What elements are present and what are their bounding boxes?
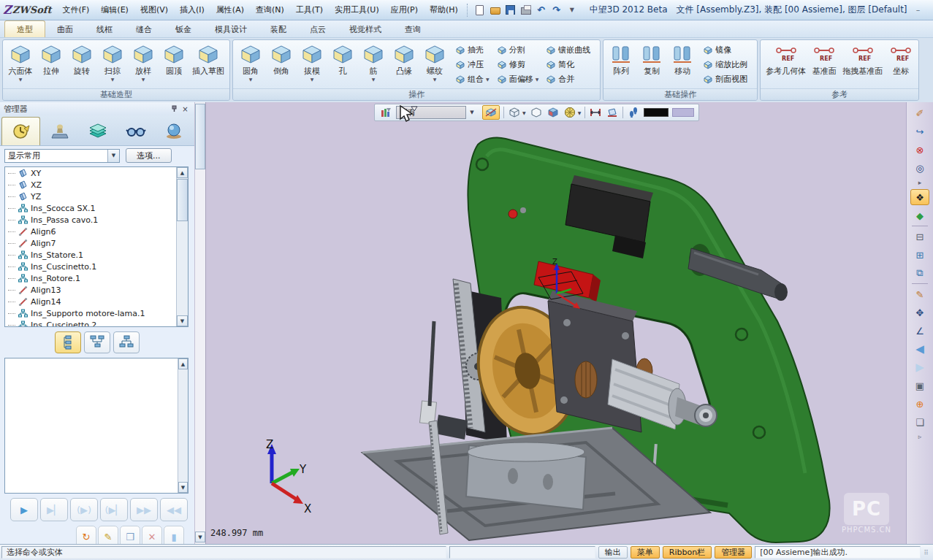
menu-item[interactable]: 视图(V) <box>135 3 173 17</box>
footprints-icon[interactable] <box>627 106 640 119</box>
tree-view-button[interactable] <box>84 331 110 353</box>
history-tab[interactable] <box>1 117 40 145</box>
abort-icon[interactable]: ⊗ <box>910 142 929 158</box>
print-icon[interactable] <box>520 4 532 16</box>
tree-item[interactable]: Align7 <box>5 237 188 249</box>
menu-item[interactable]: 帮助(H) <box>424 3 463 17</box>
tree-item[interactable]: XZ <box>5 179 188 191</box>
menu-item[interactable]: 应用(P) <box>386 3 423 17</box>
ribbon-button-section-view[interactable]: 剖面视图 <box>701 72 752 87</box>
ribbon-button-move[interactable]: 移动 <box>667 41 698 88</box>
link-update-icon[interactable]: ⧉ <box>910 265 929 281</box>
ribbon-button-draft[interactable]: 拔模 ▼ <box>297 41 327 88</box>
scroll-thumb[interactable] <box>177 179 188 221</box>
window-zoom-icon[interactable]: ❏ <box>910 414 929 430</box>
status-toggle-button[interactable]: 管理器 <box>715 546 752 559</box>
scroll-down-icon[interactable]: ▼ <box>178 482 188 493</box>
list-view-button[interactable] <box>55 331 81 353</box>
ribbon-tab[interactable]: 视觉样式 <box>338 21 393 37</box>
hidden-line-display-icon[interactable] <box>530 106 543 119</box>
tree-item[interactable]: Align6 <box>5 226 188 237</box>
background-color-swatch[interactable] <box>644 108 669 117</box>
redo-icon[interactable]: ↷ <box>551 4 563 16</box>
chevron-down-icon[interactable]: ▼ <box>578 110 582 115</box>
ribbon-button-reference-geometry[interactable]: REF 参考几何体 <box>763 41 809 88</box>
prev-view-icon[interactable]: ◀ <box>910 341 929 357</box>
ribbon-button-extrude[interactable]: 拉伸 <box>36 41 66 88</box>
tree-item[interactable]: Ins_Cuscinetto.1 <box>5 261 188 272</box>
chevron-down-icon[interactable]: ▼ <box>522 110 526 115</box>
hierarchy-view-button[interactable] <box>113 331 140 353</box>
tree-item[interactable]: XY <box>5 167 188 179</box>
ribbon-button-revolve[interactable]: 旋转 <box>66 41 97 88</box>
close-icon[interactable]: × <box>180 104 191 114</box>
ribbon-button-loft[interactable]: 放样 ▼ <box>128 41 159 88</box>
menu-item[interactable]: 工具(T) <box>291 3 328 17</box>
axes-view-icon[interactable]: ∠ <box>910 323 929 339</box>
ribbon-tab[interactable]: 造型 <box>4 20 45 37</box>
tree-item[interactable]: Ins_Rotore.1 <box>5 272 188 284</box>
monitor-sync-icon[interactable]: ⊞ <box>910 247 929 263</box>
chevron-down-icon[interactable]: ▼ <box>465 106 479 119</box>
ribbon-tab[interactable]: 缝合 <box>124 21 164 37</box>
ribbon-button-imprint-curve[interactable]: 镶嵌曲线 <box>544 43 595 58</box>
render-mode-icon[interactable] <box>563 106 576 119</box>
scroll-down-icon[interactable]: ▼ <box>195 532 205 542</box>
chevron-down-icon[interactable]: ▼ <box>107 150 119 162</box>
tree-item[interactable]: Align14 <box>5 296 188 307</box>
fast-forward-button[interactable]: ▶▶ <box>130 498 158 521</box>
move-view-icon[interactable]: ✥ <box>910 304 929 321</box>
tree-item[interactable]: Ins_Statore.1 <box>5 249 188 261</box>
ribbon-button-trim[interactable]: 修剪 <box>495 58 541 72</box>
tree-item[interactable]: Ins_Scocca SX.1 <box>5 202 188 214</box>
quick-access-dropdown-icon[interactable]: ▼ <box>566 4 578 16</box>
wireframe-display-icon[interactable] <box>508 106 521 119</box>
options-button[interactable]: 选项... <box>126 148 172 163</box>
ribbon-button-scale[interactable]: 缩放比例 <box>701 58 752 72</box>
constraint-state-icon[interactable]: ❖ <box>910 189 929 205</box>
undo-icon[interactable]: ↶ <box>536 4 547 16</box>
menu-item[interactable]: 属性(A) <box>211 3 249 17</box>
add-view-icon[interactable]: ⊕ <box>910 396 929 412</box>
flyout-arrow-icon[interactable]: ▸ <box>910 178 929 187</box>
ribbon-button-chamfer[interactable]: 倒角 <box>266 41 297 88</box>
tree-item[interactable]: Ins_Supporto motore-lama.1 <box>5 307 188 319</box>
tree-item[interactable]: YZ <box>5 191 188 202</box>
play-to-end-button[interactable]: ▶▏ <box>40 498 68 521</box>
ribbon-button-csys[interactable]: REF 坐标 <box>886 41 916 88</box>
ribbon-button-copy[interactable]: 复制 <box>636 41 667 88</box>
menu-item[interactable]: 实用工具(U) <box>330 3 384 17</box>
status-toggle-button[interactable]: Ribbon栏 <box>663 546 712 559</box>
edit-sketch-icon[interactable]: ✎ <box>910 286 929 302</box>
section-view-button[interactable] <box>482 105 500 120</box>
ribbon-tab[interactable]: 钣金 <box>164 21 203 37</box>
ribbon-button-punch[interactable]: 冲压 <box>453 58 492 72</box>
pin-icon[interactable] <box>169 104 180 114</box>
ribbon-button-sweep[interactable]: 扫掠 ▼ <box>97 41 128 88</box>
ribbon-button-fillet[interactable]: 圆角 ▼ <box>235 41 266 88</box>
foreground-color-swatch[interactable] <box>672 108 694 117</box>
save-icon[interactable] <box>505 4 517 16</box>
ribbon-button-pattern[interactable]: 阵列 <box>606 41 636 88</box>
ribbon-button-divide[interactable]: 分割 <box>495 43 541 58</box>
ribbon-tab[interactable]: 装配 <box>259 21 298 37</box>
viewport-canvas[interactable]: Z 所有 ▼ ▼ ▼ Z Y <box>206 102 906 544</box>
tree-item[interactable]: Ins_Passa cavo.1 <box>5 214 188 226</box>
command-scrollbar[interactable]: ▲ ▼ <box>178 358 188 493</box>
play-loop-end-button[interactable]: (▶▏ <box>100 498 128 521</box>
exit-icon[interactable]: ↪ <box>910 123 929 139</box>
menu-item[interactable]: 查询(N) <box>251 3 289 17</box>
next-view-icon[interactable]: ▶ <box>910 359 929 375</box>
minimize-button[interactable]: – <box>909 4 928 17</box>
separator[interactable] <box>912 283 928 284</box>
ribbon-tab[interactable]: 线框 <box>85 21 124 37</box>
ribbon-button-merge[interactable]: 合并 <box>544 72 595 87</box>
status-toggle-button[interactable]: 菜单 <box>631 546 660 559</box>
separator[interactable] <box>912 226 928 226</box>
scroll-up-icon[interactable]: ▲ <box>177 167 188 178</box>
open-folder-icon[interactable] <box>490 4 501 16</box>
measure-width-icon[interactable] <box>589 106 602 119</box>
pick-target-icon[interactable]: ◎ <box>910 160 929 176</box>
tree-item[interactable]: Align13 <box>5 284 188 296</box>
tree-scrollbar[interactable]: ▲ ▼ <box>176 167 188 326</box>
